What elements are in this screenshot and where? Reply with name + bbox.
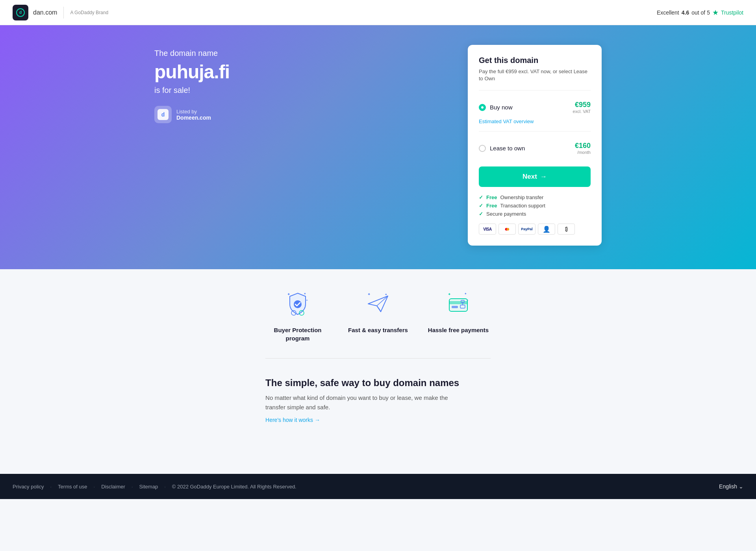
footer-copy: © 2022 GoDaddy Europe Limited. All Right… (172, 484, 296, 490)
listed-logo-icon: d (161, 111, 165, 118)
hassle-free-icon: ✦ ✦ ✦ (443, 288, 474, 320)
visa-icon: VISA (479, 224, 496, 235)
godaddy-label: A GoDaddy Brand (70, 10, 108, 15)
dan-logo-icon: d (16, 8, 25, 17)
info-desc: No matter what kind of domain you want t… (265, 393, 462, 412)
payment-icons: VISA ●● PayPal 👤 ₿ (479, 224, 591, 235)
crypto-icon: ₿ (558, 224, 575, 235)
svg-text:✦: ✦ (306, 299, 308, 301)
next-button[interactable]: Next → (479, 166, 591, 187)
language-label: English (719, 483, 737, 490)
footer-links: Privacy policy · Terms of use · Disclaim… (13, 484, 296, 490)
purchase-card: Get this domain Pay the full €959 excl. … (468, 45, 602, 246)
hero-forsale: is for sale! (154, 86, 230, 95)
svg-rect-12 (449, 301, 467, 304)
card-title: Get this domain (479, 56, 591, 65)
buy-now-radio[interactable] (479, 104, 486, 111)
feature-hassle-free: ✦ ✦ ✦ Hassle free payments (426, 288, 491, 342)
feature-buyer-protection: ✦ ✦ ✦ Buyer Protection program (265, 288, 330, 342)
svg-rect-13 (452, 306, 458, 308)
lease-note: /month (575, 150, 591, 155)
hero-content: The domain name puhuja.fi is for sale! d… (142, 49, 614, 246)
hero-listed: d Listed by Domeen.com (154, 106, 230, 123)
header-divider (63, 7, 64, 18)
buyer-protection-label: Buyer Protection program (265, 326, 330, 342)
info-section: The simple, safe way to buy domain names… (265, 377, 491, 423)
features-section: ✦ ✦ ✦ Buyer Protection program (265, 288, 491, 359)
trustpilot-score: 4.6 (682, 9, 689, 16)
lease-left: Lease to own (479, 145, 525, 152)
buyer-protection-icon: ✦ ✦ ✦ (282, 288, 313, 320)
lease-option[interactable]: Lease to own €160 /month (479, 138, 591, 159)
mastercard-icon: ●● (498, 224, 516, 235)
feature-fast-transfers: ✦ ✦ Fast & easy transfers (346, 288, 410, 342)
feature-secure: ✓ Secure payments (479, 210, 591, 218)
lease-label: Lease to own (490, 145, 525, 152)
check-icon-3: ✓ (479, 211, 483, 217)
buy-now-price: €959 (573, 101, 591, 109)
listed-logo: d (154, 106, 172, 123)
card-subtitle: Pay the full €959 excl. VAT now, or sele… (479, 68, 591, 82)
buyer-protection-svg: ✦ ✦ ✦ (284, 290, 311, 318)
brand-name: dan.com (33, 9, 57, 16)
card-features-list: ✓ Free Ownership transfer ✓ Free Transac… (479, 193, 591, 218)
hero-background: The domain name puhuja.fi is for sale! d… (0, 25, 756, 269)
fast-transfers-icon: ✦ ✦ (362, 288, 394, 320)
next-button-label: Next (523, 173, 537, 181)
lease-price-block: €160 /month (575, 142, 591, 155)
fast-transfers-svg: ✦ ✦ (364, 290, 392, 318)
footer-disclaimer[interactable]: Disclaimer (101, 484, 125, 490)
how-it-works-link[interactable]: Here's how it works → (265, 417, 320, 423)
lease-price: €160 (575, 142, 591, 150)
main-content: ✦ ✦ ✦ Buyer Protection program (253, 269, 503, 442)
page-wrapper: d dan.com A GoDaddy Brand Excellent 4.6 … (0, 0, 756, 551)
free-label-2: Free (486, 203, 497, 209)
check-icon-1: ✓ (479, 194, 483, 200)
check-icon-2: ✓ (479, 203, 483, 209)
how-it-works-arrow: → (315, 417, 320, 423)
next-arrow-icon: → (540, 173, 547, 181)
language-selector[interactable]: English ⌄ (719, 483, 743, 490)
feature-transaction: ✓ Free Transaction support (479, 202, 591, 210)
hassle-free-label: Hassle free payments (428, 326, 489, 334)
buy-now-price-block: €959 excl. VAT (573, 101, 591, 114)
trustpilot-star-icon: ★ (712, 8, 719, 17)
header: d dan.com A GoDaddy Brand Excellent 4.6 … (0, 0, 756, 25)
card-divider-2 (479, 131, 591, 131)
vat-overview-link[interactable]: Estimated VAT overview (479, 118, 534, 124)
feature-secure-text: Secure payments (486, 211, 526, 217)
svg-text:✦: ✦ (464, 292, 467, 296)
listed-logo-inner: d (158, 109, 169, 120)
trustpilot-name: Trustpilot (721, 9, 743, 16)
buy-now-option[interactable]: Buy now €959 excl. VAT (479, 97, 591, 118)
fast-transfers-label: Fast & easy transfers (348, 326, 408, 334)
footer-terms[interactable]: Terms of use (58, 484, 87, 490)
lease-radio[interactable] (479, 145, 486, 152)
info-title: The simple, safe way to buy domain names (265, 377, 491, 388)
feature-ownership-text: Ownership transfer (500, 194, 543, 200)
footer: Privacy policy · Terms of use · Disclaim… (0, 474, 756, 499)
svg-text:✦: ✦ (448, 292, 451, 296)
trustpilot-outof: out of 5 (691, 9, 710, 16)
trustpilot-label: Excellent (657, 9, 679, 16)
dan-logo: d (13, 5, 28, 20)
card-divider-1 (479, 90, 591, 91)
hero-section: The domain name puhuja.fi is for sale! d… (0, 25, 756, 269)
buy-now-note: excl. VAT (573, 109, 591, 114)
footer-privacy[interactable]: Privacy policy (13, 484, 44, 490)
listed-info: Listed by Domeen.com (176, 109, 211, 121)
hero-domain: puhuja.fi (154, 61, 230, 83)
listed-by-label: Listed by (176, 109, 211, 115)
language-chevron-icon: ⌄ (739, 483, 743, 490)
hero-subtitle: The domain name (154, 49, 230, 58)
user-pay-icon: 👤 (538, 224, 555, 235)
buy-now-left: Buy now (479, 104, 513, 111)
svg-text:✦: ✦ (287, 292, 290, 296)
footer-sitemap[interactable]: Sitemap (139, 484, 158, 490)
svg-text:✦: ✦ (385, 293, 387, 296)
buy-now-label: Buy now (490, 104, 513, 111)
how-it-works-label: Here's how it works (265, 417, 313, 423)
hero-text: The domain name puhuja.fi is for sale! d… (154, 49, 230, 123)
header-left: d dan.com A GoDaddy Brand (13, 5, 108, 20)
svg-text:✦: ✦ (304, 292, 306, 296)
